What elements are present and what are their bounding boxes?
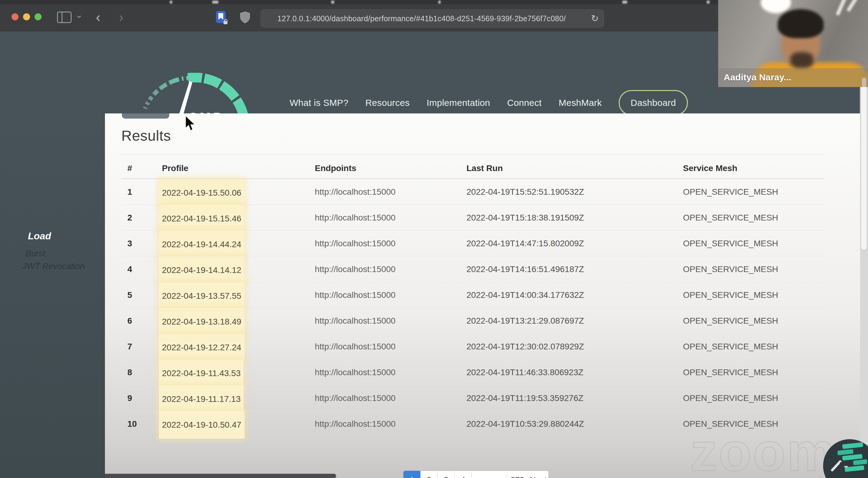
results-panel: Results # Profile Endpoints Last Run Ser… <box>105 114 860 478</box>
vertical-scrollbar[interactable] <box>860 32 868 478</box>
smp-layered-s-icon <box>834 440 868 477</box>
ceiling-light <box>761 0 791 13</box>
sidebar: Load Burst JWT Revocation <box>0 114 105 478</box>
chevron-down-icon[interactable] <box>75 13 80 18</box>
table-row[interactable]: 8 2022-04-19-11.43.53 http://localhost:1… <box>105 359 860 385</box>
horizontal-scrollbar[interactable] <box>105 474 336 478</box>
page-button-2[interactable]: 2 <box>420 471 438 478</box>
endpoints-cell: http://localhost:15000 <box>315 385 396 411</box>
row-number: 6 <box>127 308 132 333</box>
sidebar-item-load[interactable]: Load <box>28 230 51 242</box>
row-number: 3 <box>127 230 132 256</box>
url-text: 127.0.0.1:4000/dashboard/performance/#41… <box>260 9 583 28</box>
row-number: 7 <box>127 333 132 359</box>
sidebar-item-burst[interactable]: Burst <box>26 249 45 258</box>
last-run-cell: 2022-04-19T14:47:15.802009Z <box>466 230 584 256</box>
service-mesh-cell: OPEN_SERVICE_MESH <box>683 333 778 359</box>
lock-icon <box>223 21 227 24</box>
last-run-cell: 2022-04-19T14:00:34.177632Z <box>466 282 584 308</box>
table-row[interactable]: 1 2022-04-19-15.50.06 http://localhost:1… <box>105 179 860 205</box>
reload-icon[interactable]: ↻ <box>591 9 599 28</box>
endpoints-cell: http://localhost:15000 <box>315 411 396 437</box>
last-run-cell: 2022-04-19T13:21:29.087697Z <box>466 308 584 333</box>
back-icon[interactable]: ‹ <box>96 9 100 25</box>
vertical-scrollbar-thumb[interactable] <box>861 68 867 250</box>
endpoints-cell: http://localhost:15000 <box>315 282 396 308</box>
nav-item-what-is-smp[interactable]: What is SMP? <box>290 98 348 108</box>
table-header: # Profile Endpoints Last Run Service Mes… <box>105 159 860 178</box>
participant-name: Aaditya Naray... <box>724 68 791 87</box>
service-mesh-cell: OPEN_SERVICE_MESH <box>683 308 778 333</box>
page-button-4[interactable]: 4 <box>454 471 472 478</box>
last-run-cell: 2022-04-19T10:53:29.880244Z <box>466 411 584 437</box>
service-mesh-cell: OPEN_SERVICE_MESH <box>683 359 778 385</box>
extension-bookmark-icon[interactable] <box>216 11 226 23</box>
nav-item-meshmark[interactable]: MeshMark <box>559 98 602 108</box>
table-row[interactable]: 4 2022-04-19-14.14.12 http://localhost:1… <box>105 256 860 282</box>
page-title: Results <box>121 127 171 144</box>
panel-tab[interactable] <box>122 114 169 119</box>
endpoints-cell: http://localhost:15000 <box>315 333 396 359</box>
page-button-1[interactable]: 1 <box>403 471 421 478</box>
nav-item-connect[interactable]: Connect <box>507 98 542 108</box>
table-row[interactable]: 6 2022-04-19-13.18.49 http://localhost:1… <box>105 308 860 333</box>
endpoints-cell: http://localhost:15000 <box>315 179 396 205</box>
nav-item-implementation[interactable]: Implementation <box>427 98 490 108</box>
row-number: 5 <box>127 282 132 308</box>
last-run-cell: 2022-04-19T14:16:51.496187Z <box>466 256 584 282</box>
row-number: 2 <box>127 205 132 230</box>
participant-name-band: Aaditya Naray... <box>718 68 868 87</box>
endpoints-cell: http://localhost:15000 <box>315 230 396 256</box>
column-last-run: Last Run <box>466 159 503 178</box>
webcam-overlay: Aaditya Naray... <box>718 0 868 87</box>
participant-hair <box>778 9 824 38</box>
traffic-light-minimize-button[interactable] <box>23 13 30 20</box>
pagination: 1 2 3 4 … 272 Next <box>403 471 549 478</box>
next-button[interactable]: Next <box>528 471 549 478</box>
service-mesh-cell: OPEN_SERVICE_MESH <box>683 205 778 230</box>
last-run-cell: 2022-04-19T11:46:33.806923Z <box>466 359 584 385</box>
forward-icon[interactable]: › <box>119 9 123 25</box>
row-number: 4 <box>127 256 132 282</box>
page-button-ellipsis[interactable]: … <box>471 471 507 478</box>
endpoints-cell: http://localhost:15000 <box>315 205 396 230</box>
page-button-272[interactable]: 272 <box>507 471 528 478</box>
table-row[interactable]: 9 2022-04-19-11.17.13 http://localhost:1… <box>105 385 860 411</box>
shield-icon[interactable] <box>240 11 250 25</box>
row-number: 10 <box>127 411 137 437</box>
endpoints-cell: http://localhost:15000 <box>315 256 396 282</box>
sidebar-item-jwt-revocation[interactable]: JWT Revocation <box>23 261 85 271</box>
last-run-cell: 2022-04-19T15:18:38.191509Z <box>466 205 584 230</box>
bookmark-glyph <box>218 13 223 20</box>
last-run-cell: 2022-04-19T11:19:53.359276Z <box>466 385 584 411</box>
service-mesh-cell: OPEN_SERVICE_MESH <box>683 385 778 411</box>
table-row[interactable]: 2 2022-04-19-15.15.46 http://localhost:1… <box>105 205 860 230</box>
column-endpoints: Endpoints <box>315 159 356 178</box>
column-profile: Profile <box>162 159 188 178</box>
sidebar-toggle-icon[interactable] <box>57 11 71 23</box>
last-run-cell: 2022-04-19T12:30:02.078929Z <box>466 333 584 359</box>
row-number: 9 <box>127 385 132 411</box>
service-mesh-cell: OPEN_SERVICE_MESH <box>683 230 778 256</box>
cursor-icon <box>185 116 199 133</box>
traffic-light-zoom-button[interactable] <box>35 13 41 20</box>
nav-item-resources[interactable]: Resources <box>366 98 410 108</box>
traffic-light-close-button[interactable] <box>11 13 19 20</box>
row-number: 8 <box>127 359 132 385</box>
table-row[interactable]: 5 2022-04-19-13.57.55 http://localhost:1… <box>105 282 860 308</box>
table-row[interactable]: 3 2022-04-19-14.44.24 http://localhost:1… <box>105 230 860 256</box>
endpoints-cell: http://localhost:15000 <box>315 308 396 333</box>
title-divider <box>121 154 824 155</box>
table-row[interactable]: 7 2022-04-19-12.27.24 http://localhost:1… <box>105 333 860 359</box>
url-bar[interactable]: 127.0.0.1:4000/dashboard/performance/#41… <box>260 9 604 28</box>
endpoints-cell: http://localhost:15000 <box>315 359 396 385</box>
service-mesh-cell: OPEN_SERVICE_MESH <box>683 256 778 282</box>
zoom-watermark: zoom <box>690 425 836 478</box>
last-run-cell: 2022-04-19T15:52:51.190532Z <box>466 179 584 205</box>
nav-item-dashboard[interactable]: Dashboard <box>619 90 687 116</box>
row-number: 1 <box>127 179 132 205</box>
service-mesh-cell: OPEN_SERVICE_MESH <box>683 282 778 308</box>
service-mesh-cell: OPEN_SERVICE_MESH <box>683 179 778 205</box>
column-number: # <box>127 159 132 178</box>
page-button-3[interactable]: 3 <box>437 471 455 478</box>
